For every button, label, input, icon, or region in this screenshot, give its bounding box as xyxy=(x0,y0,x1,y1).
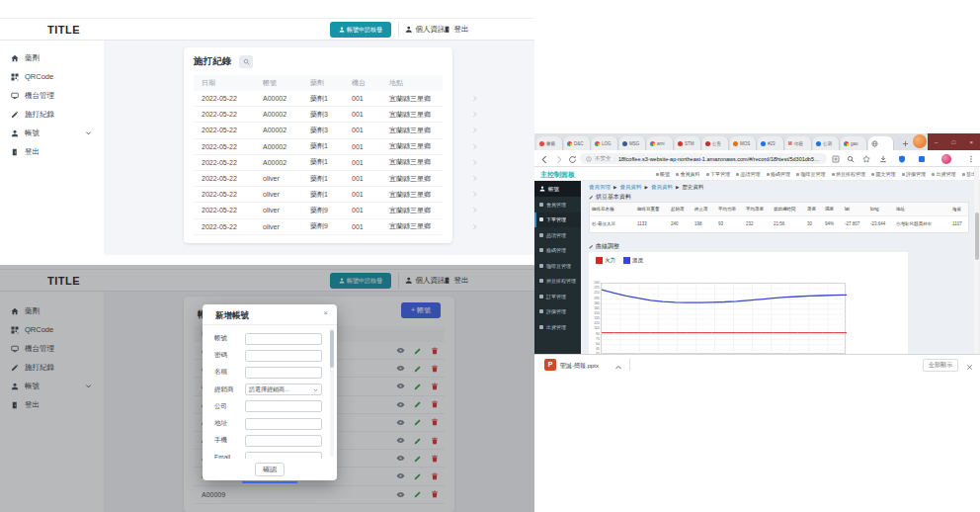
show-all-downloads-button[interactable]: 全部顯示 xyxy=(923,359,958,372)
profile-avatar[interactable] xyxy=(941,154,951,164)
scrollbar-thumb[interactable] xyxy=(330,330,334,368)
手機-input[interactable] xyxy=(245,435,322,447)
admin-nav-item[interactable]: 下單管理 xyxy=(706,171,731,177)
browser-tab[interactable]: 書籤 xyxy=(536,136,563,150)
browser-tab[interactable]: LOG xyxy=(592,136,618,150)
page-scrollbar[interactable] xyxy=(974,167,979,354)
logout-button[interactable]: 登出 xyxy=(444,22,469,38)
sidebar-item-logout[interactable]: 登出 xyxy=(0,144,104,159)
browser-tab[interactable]: arni xyxy=(647,136,674,150)
address-bar[interactable]: 不安全 | 18fcoffee.s3-website-ap-northeast-… xyxy=(580,153,827,164)
密碼-input[interactable] xyxy=(245,350,322,362)
breadcrumb-item[interactable]: 會員資料 xyxy=(651,184,673,191)
admin-nav-item[interactable]: 咖啡豆管理 xyxy=(796,171,826,177)
browser-tab[interactable]: 公測 xyxy=(813,136,840,150)
reload-icon[interactable] xyxy=(567,154,577,164)
admin-sidebar-item[interactable]: 下單管理 xyxy=(534,213,581,228)
admin-nav-item[interactable]: 烘豆排程管理 xyxy=(832,171,866,177)
admin-sidebar-item[interactable]: 評價管理 xyxy=(534,304,581,320)
record-row[interactable]: 2022-05-22A00002藥劑3001宜蘭縣三星鄉 xyxy=(194,123,443,138)
download-options-chevron-icon[interactable] xyxy=(613,360,623,370)
window-avatar[interactable] xyxy=(913,134,927,148)
admin-nav-item[interactable]: 帳號 xyxy=(656,171,671,177)
record-row[interactable]: 2022-05-22oliver藥劑9001宜蘭縣三星鄉 xyxy=(194,219,443,235)
dealer-select[interactable]: 請選擇經銷商... xyxy=(245,384,322,395)
extension-icon[interactable] xyxy=(917,154,927,164)
modal-scrollbar[interactable] xyxy=(330,328,334,457)
close-window-icon[interactable]: × xyxy=(969,139,973,145)
admin-nav-item[interactable]: 出貨管理 xyxy=(932,171,956,177)
profile-button[interactable]: 個人資訊 xyxy=(405,22,446,38)
名稱-input[interactable] xyxy=(245,367,322,379)
select-placeholder: 請選擇經銷商... xyxy=(249,385,289,394)
公司-input[interactable] xyxy=(245,400,322,412)
download-icon[interactable] xyxy=(878,154,888,164)
admin-sidebar-item[interactable]: 會員管理 xyxy=(534,197,581,213)
search-icon[interactable] xyxy=(846,154,856,164)
browser-tab[interactable]: #23 xyxy=(758,136,784,150)
maximize-window-icon[interactable]: □ xyxy=(952,139,956,145)
chevron-right-icon xyxy=(468,175,480,182)
back-icon[interactable] xyxy=(539,154,549,164)
new-tab-icon[interactable] xyxy=(899,137,911,149)
globe-icon xyxy=(871,140,878,147)
sidebar-item-home[interactable]: 藥劑 xyxy=(0,50,104,65)
forward-icon[interactable] xyxy=(553,154,563,164)
地址-input[interactable] xyxy=(245,418,322,430)
apply-issue-button[interactable]: 帳號申請核發 xyxy=(330,22,391,38)
admin-sidebar-item[interactable]: 出貨管理 xyxy=(534,319,581,335)
admin-sidebar-item[interactable]: 條碼管理 xyxy=(534,243,581,259)
record-row[interactable]: 2022-05-22A00002藥劑1001宜蘭縣三星鄉 xyxy=(194,155,443,171)
record-row[interactable]: 2022-05-22oliver藥劑1001宜蘭縣三星鄉 xyxy=(194,187,443,203)
admin-sidebar-item[interactable]: 品項管理 xyxy=(534,227,581,243)
menu-kebab-icon[interactable] xyxy=(966,154,976,164)
machine-icon xyxy=(11,92,19,100)
close-icon[interactable]: × xyxy=(323,308,328,317)
record-row[interactable]: 2022-05-22oliver藥劑9001宜蘭縣三星鄉 xyxy=(194,203,443,218)
record-row[interactable]: 2022-05-22A00002藥劑1001宜蘭縣三星鄉 xyxy=(194,139,443,155)
帳號-input[interactable] xyxy=(245,333,322,345)
browser-tab[interactable]: gao xyxy=(841,136,867,150)
nav-item-icon xyxy=(676,173,679,176)
sidebar-item-syringe[interactable]: 施打紀錄 xyxy=(0,107,104,122)
close-download-bar-icon[interactable] xyxy=(963,359,975,371)
downloaded-file-name[interactable]: 聖誕-簡報.pptx xyxy=(560,362,599,371)
search-button[interactable] xyxy=(239,55,253,68)
confirm-button[interactable]: 確認 xyxy=(255,463,285,476)
record-row[interactable]: 2022-05-22oliver藥劑1001宜蘭縣三星鄉 xyxy=(194,171,443,187)
breadcrumb-item[interactable]: 會員管理 xyxy=(589,184,611,191)
browser-tab[interactable]: D&C xyxy=(564,136,591,150)
admin-nav-item[interactable]: 評價管理 xyxy=(902,171,927,177)
admin-user-panel[interactable]: 帳號 xyxy=(534,181,581,197)
sidebar-item-qrcode[interactable]: QRCode xyxy=(0,69,104,84)
breadcrumb-separator: ▶ xyxy=(613,185,616,190)
admin-nav-item[interactable]: 會員資料 xyxy=(676,171,700,177)
bookmark-star-icon[interactable] xyxy=(861,154,871,164)
admin-nav-item[interactable]: 條碼管理 xyxy=(767,171,791,177)
sidebar: 藥劑QRCode機台管理施打紀錄帳號登出 xyxy=(0,41,104,255)
modal-field: 名稱 xyxy=(214,364,329,381)
admin-sidebar-item[interactable]: 咖啡豆管理 xyxy=(534,258,581,274)
person-icon xyxy=(11,129,19,137)
admin-sidebar-item[interactable]: 訂單管理 xyxy=(534,289,581,304)
scrollbar-thumb[interactable] xyxy=(975,213,979,260)
browser-tab[interactable]: 公告 xyxy=(702,136,729,150)
record-row[interactable]: 2022-05-22A00002藥劑1001宜蘭縣三星鄉 xyxy=(194,91,443,107)
translate-icon[interactable] xyxy=(831,154,841,164)
admin-sidebar-item[interactable]: 烘豆排程管理 xyxy=(534,274,581,290)
browser-tab[interactable]: M信箱 xyxy=(785,136,812,150)
admin-nav-item[interactable]: 圖文管理 xyxy=(871,171,896,177)
record-row[interactable]: 2022-05-22A00002藥劑3001宜蘭縣三星鄉 xyxy=(194,107,443,123)
window-controls: –□× xyxy=(928,133,980,150)
breadcrumb-item[interactable]: 會員資料 xyxy=(619,184,641,191)
active-tab[interactable] xyxy=(868,136,894,150)
sidebar-item-machine[interactable]: 機台管理 xyxy=(0,88,104,103)
browser-tab[interactable]: MSG xyxy=(619,136,646,150)
minimize-window-icon[interactable]: – xyxy=(935,139,938,145)
browser-tab[interactable]: STM xyxy=(675,136,701,150)
admin-nav-item[interactable]: 品項管理 xyxy=(736,171,761,177)
nav-item-label: 條碼管理 xyxy=(771,171,790,177)
sidebar-item-person[interactable]: 帳號 xyxy=(0,126,104,140)
browser-tab[interactable]: MOS xyxy=(730,136,757,150)
shield-extension-icon[interactable] xyxy=(897,154,907,164)
